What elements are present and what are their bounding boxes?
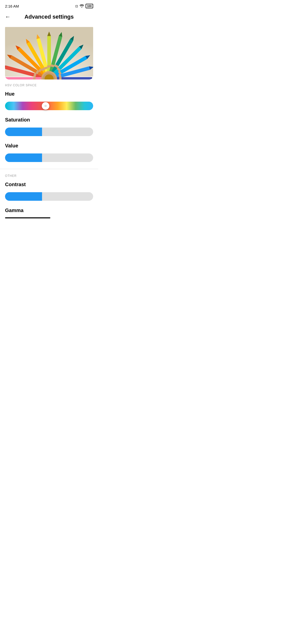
- hue-thumb[interactable]: [42, 102, 49, 110]
- gamma-bar: [5, 217, 50, 218]
- contrast-slider-container[interactable]: [5, 191, 93, 202]
- gamma-label: Gamma: [0, 208, 98, 213]
- image-container: [5, 24, 93, 79]
- value-slider-container[interactable]: [5, 153, 93, 163]
- battery-icon: 100: [86, 4, 93, 8]
- hue-slider-track[interactable]: [5, 102, 93, 110]
- svg-marker-35: [91, 77, 93, 79]
- saturation-section: Saturation: [0, 117, 98, 137]
- hue-thumb-inner: [45, 105, 47, 107]
- saturation-slider-container[interactable]: [5, 127, 93, 137]
- status-bar: 2:16 AM ⊡ 100: [0, 0, 98, 11]
- svg-rect-36: [59, 77, 61, 79]
- status-time: 2:16 AM: [5, 4, 19, 8]
- value-section: Value: [0, 143, 98, 163]
- value-label: Value: [5, 143, 93, 149]
- value-slider-track[interactable]: [5, 153, 93, 162]
- contrast-label: Contrast: [5, 182, 93, 187]
- header: ← Advanced settings: [0, 11, 98, 24]
- contrast-section: Contrast: [0, 182, 98, 202]
- svg-rect-45: [33, 77, 35, 79]
- hue-slider-container[interactable]: [5, 101, 93, 111]
- other-section-label: OTHER: [0, 174, 98, 178]
- pencils-image: [5, 24, 93, 79]
- saturation-label: Saturation: [5, 117, 93, 123]
- hue-label: Hue: [5, 91, 93, 97]
- status-icons: ⊡ 100: [75, 4, 93, 8]
- back-button[interactable]: ←: [5, 14, 11, 20]
- camera-icon: ⊡: [75, 4, 78, 8]
- page-title: Advanced settings: [15, 14, 84, 20]
- saturation-slider-track[interactable]: [5, 128, 93, 136]
- section-divider: [0, 169, 98, 169]
- wifi-icon: [80, 4, 84, 8]
- contrast-slider-track[interactable]: [5, 192, 93, 201]
- hue-section: Hue: [0, 91, 98, 111]
- hsv-section-label: HSV COLOR SPACE: [0, 84, 98, 87]
